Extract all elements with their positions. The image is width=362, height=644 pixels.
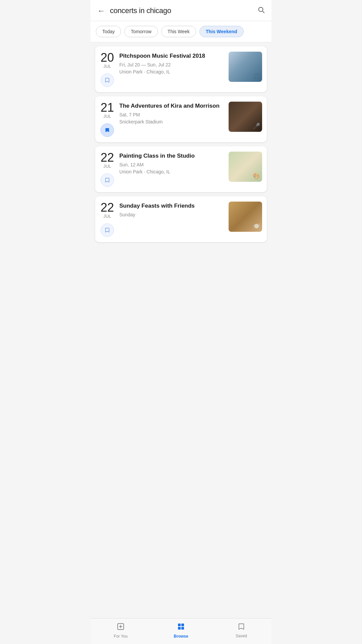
event-date-col: 20 JUL (100, 52, 115, 87)
event-date-line: Fri, Jul 20 — Sun, Jul 22 (119, 61, 224, 68)
event-date-col: 22 JUL (100, 152, 115, 187)
event-date-col: 22 JUL (100, 202, 115, 237)
filter-chip-tomorrow[interactable]: Tomorrow (124, 26, 158, 37)
event-info: Sunday Feasts with Friends Sunday (119, 202, 224, 218)
event-card-1[interactable]: 20 JUL Pitchspoon Music Festival 2018 Fr… (95, 46, 267, 92)
back-button[interactable]: ← (97, 7, 105, 15)
event-month: JUL (103, 164, 111, 169)
event-venue: Union Park · Chicago, IL (119, 68, 224, 75)
bookmark-icon (105, 177, 110, 183)
event-image (229, 202, 262, 232)
search-button[interactable] (257, 6, 265, 15)
bookmark-button[interactable] (101, 173, 114, 187)
filter-bar: TodayTomorrowThis WeekThis Weekend (90, 21, 272, 42)
event-card-2[interactable]: 21 JUL The Adventures of Kira and Morris… (95, 96, 267, 142)
page-title: concerts in chicago (110, 6, 257, 15)
events-list: 20 JUL Pitchspoon Music Festival 2018 Fr… (90, 42, 272, 276)
search-icon (257, 6, 265, 13)
event-info: Pitchspoon Music Festival 2018 Fri, Jul … (119, 52, 224, 75)
event-month: JUL (103, 114, 111, 119)
bookmark-button[interactable] (101, 73, 114, 87)
event-info: The Adventures of Kira and Morrison Sat,… (119, 102, 224, 125)
event-info: Painting Class in the Studio Sun, 12 AM … (119, 152, 224, 175)
event-day: 22 (101, 152, 114, 164)
event-title: Pitchspoon Music Festival 2018 (119, 52, 224, 60)
event-image (229, 152, 262, 182)
event-day: 22 (101, 202, 114, 214)
event-date-col: 21 JUL (100, 102, 115, 137)
event-card-4[interactable]: 22 JUL Sunday Feasts with Friends Sunday (95, 196, 267, 242)
event-venue: Union Park · Chicago, IL (119, 168, 224, 175)
bookmark-button[interactable] (101, 223, 114, 237)
event-day: 21 (101, 102, 114, 114)
bookmark-icon (105, 227, 110, 233)
event-title: The Adventures of Kira and Morrison (119, 102, 224, 110)
bookmark-button[interactable] (101, 123, 114, 137)
event-month: JUL (103, 214, 111, 219)
event-venue: Snickerpark Stadium (119, 118, 224, 125)
filter-chip-this-weekend[interactable]: This Weekend (199, 26, 244, 37)
event-image (229, 52, 262, 82)
header: ← concerts in chicago (90, 0, 272, 21)
svg-line-1 (262, 11, 264, 13)
event-date-line: Sun, 12 AM (119, 161, 224, 168)
event-title: Painting Class in the Studio (119, 152, 224, 160)
event-image (229, 102, 262, 132)
event-card-3[interactable]: 22 JUL Painting Class in the Studio Sun,… (95, 146, 267, 192)
bookmark-icon (105, 77, 110, 83)
event-month: JUL (103, 64, 111, 69)
bookmark-fill-icon (105, 127, 110, 133)
event-title: Sunday Feasts with Friends (119, 202, 224, 210)
event-date-line: Sunday (119, 211, 224, 218)
filter-chip-this-week[interactable]: This Week (161, 26, 196, 37)
event-day: 20 (101, 52, 114, 64)
event-date-line: Sat, 7 PM (119, 111, 224, 118)
filter-chip-today[interactable]: Today (96, 26, 121, 37)
